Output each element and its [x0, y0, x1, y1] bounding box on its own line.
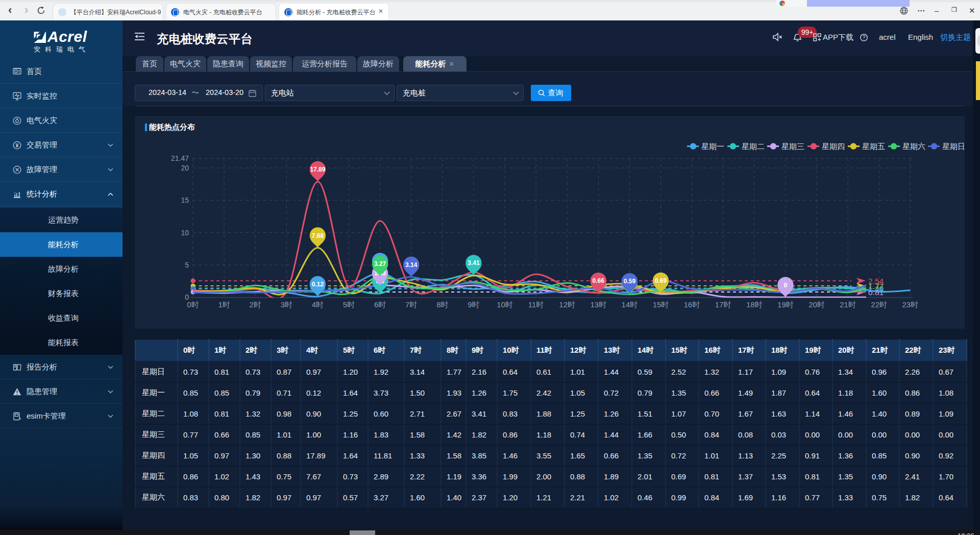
svg-text:9时: 9时 [468, 300, 479, 309]
svg-text:3.41: 3.41 [468, 259, 480, 266]
svg-text:星期日: 星期日 [942, 142, 965, 151]
svg-text:0.59: 0.59 [624, 278, 636, 285]
svg-text:17时: 17时 [715, 300, 731, 309]
svg-text:15: 15 [181, 196, 189, 204]
svg-text:18时: 18时 [746, 300, 763, 309]
svg-text:17.89: 17.89 [310, 166, 325, 173]
svg-text:10: 10 [181, 229, 189, 237]
svg-text:星期六: 星期六 [902, 142, 925, 151]
svg-text:星期四: 星期四 [822, 142, 845, 151]
svg-text:1时: 1时 [218, 300, 230, 309]
svg-text:6时: 6时 [374, 300, 386, 309]
svg-text:11时: 11时 [528, 300, 544, 309]
svg-text:5时: 5时 [343, 300, 355, 309]
svg-text:19时: 19时 [777, 300, 794, 309]
svg-text:16时: 16时 [684, 300, 700, 309]
svg-text:3时: 3时 [281, 300, 292, 309]
svg-text:?: ? [863, 35, 866, 40]
svg-text:10时: 10时 [497, 300, 513, 309]
svg-text:20: 20 [181, 164, 189, 172]
svg-text:8时: 8时 [436, 300, 448, 309]
svg-text:0.69: 0.69 [655, 277, 667, 284]
svg-text:星期二: 星期二 [742, 142, 765, 151]
svg-text:21时: 21时 [840, 300, 856, 309]
svg-text:3.27: 3.27 [374, 260, 386, 268]
svg-text:21.47: 21.47 [171, 154, 189, 162]
svg-text:22时: 22时 [871, 300, 887, 309]
svg-text:14时: 14时 [622, 300, 638, 309]
svg-text:20时: 20时 [808, 300, 825, 309]
svg-text:23时: 23时 [902, 300, 918, 309]
svg-text:0.66: 0.66 [593, 277, 605, 284]
svg-text:7时: 7时 [405, 300, 417, 309]
svg-text:3.14: 3.14 [405, 261, 418, 269]
svg-text:星期五: 星期五 [862, 142, 885, 151]
svg-text:星期一: 星期一 [701, 142, 724, 151]
svg-text:0.12: 0.12 [312, 281, 324, 288]
svg-text:0: 0 [784, 282, 788, 289]
svg-text:13时: 13时 [590, 300, 606, 309]
svg-text:7.68: 7.68 [312, 232, 324, 239]
svg-text:0时: 0时 [187, 300, 199, 309]
svg-text:星期三: 星期三 [781, 142, 804, 151]
svg-text:5: 5 [185, 261, 189, 269]
svg-text:4时: 4时 [312, 300, 324, 309]
svg-text:2时: 2时 [250, 300, 261, 309]
svg-text:15时: 15时 [653, 300, 669, 309]
svg-text:12时: 12时 [559, 300, 575, 309]
